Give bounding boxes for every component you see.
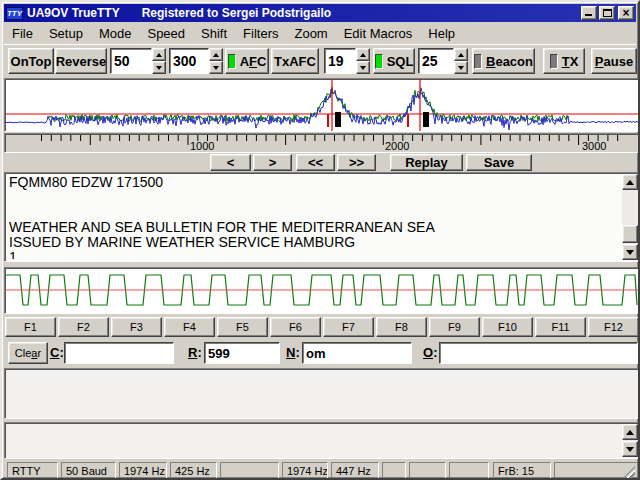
- replay-button[interactable]: Replay: [390, 154, 463, 171]
- save-button[interactable]: Save: [466, 154, 532, 171]
- tx-scroll-up-button[interactable]: [622, 424, 638, 440]
- mark-filter-marker: [335, 112, 341, 127]
- rx-text-area[interactable]: FQMM80 EDZW 171500 WEATHER AND SEA BULLE…: [4, 172, 640, 262]
- sql-button[interactable]: SQL: [373, 48, 415, 74]
- ontop-button[interactable]: OnTop: [8, 48, 54, 74]
- registered-text: Registered to Sergei Podstrigailo: [142, 6, 579, 20]
- step-right-button[interactable]: >: [253, 154, 292, 171]
- fkey-button-f4[interactable]: F4: [164, 317, 215, 337]
- tx-entry-area[interactable]: [4, 368, 640, 419]
- maximize-button[interactable]: [599, 6, 615, 20]
- tx-button[interactable]: TX: [543, 48, 585, 74]
- rx-line: ISSUED BY MARINE WEATHER SERVICE HAMBURG: [9, 235, 619, 250]
- app-icon[interactable]: TTY: [6, 7, 23, 20]
- fkey-button-f8[interactable]: F8: [376, 317, 427, 337]
- titlebar[interactable]: TTY UA9OV TrueTTY Registered to Sergei P…: [4, 4, 636, 22]
- shift-spin-down-button[interactable]: [209, 61, 223, 74]
- ruler-label-3000: 3000: [582, 140, 606, 152]
- beacon-spin-down-button[interactable]: [454, 61, 468, 74]
- maximize-icon: [603, 9, 612, 17]
- status-panel-tx-freq: 1974 Hz: [282, 462, 328, 479]
- squelch-spin-down-button[interactable]: [356, 61, 370, 74]
- rx-scroll-up-button[interactable]: [622, 174, 638, 190]
- fkey-button-f5[interactable]: F5: [217, 317, 268, 337]
- shift-spin-up-button[interactable]: [209, 48, 223, 61]
- scope-plot: [5, 268, 639, 313]
- shift-spinner: [209, 48, 223, 74]
- beacon-spin-up-button[interactable]: [454, 48, 468, 61]
- rx-scroll-thumb[interactable]: [622, 225, 638, 243]
- menu-item-setup[interactable]: Setup: [41, 24, 91, 43]
- menu-item-edit-macros[interactable]: Edit Macros: [336, 24, 421, 43]
- menubar: File Setup Mode Speed Shift Filters Zoom…: [4, 23, 636, 43]
- rx-line: [9, 205, 619, 220]
- app-window: TTY UA9OV TrueTTY Registered to Sergei P…: [0, 0, 640, 480]
- beacon-button[interactable]: Beacon: [472, 48, 535, 74]
- afc-label: AFC: [240, 54, 267, 69]
- shift-input[interactable]: [169, 48, 209, 74]
- clear-label: Clear: [15, 347, 41, 359]
- tx-buffer-area[interactable]: [4, 422, 640, 459]
- fkey-button-f12[interactable]: F12: [588, 317, 639, 337]
- o-field-input[interactable]: [439, 342, 638, 364]
- fkey-button-f1[interactable]: F1: [5, 317, 56, 337]
- status-panel-mode: RTTY: [7, 462, 58, 479]
- r-field-input[interactable]: [204, 342, 280, 364]
- spectrum-display[interactable]: [4, 78, 640, 132]
- rx-scrollbar[interactable]: [622, 174, 638, 260]
- beacon-led: [474, 54, 482, 69]
- down-arrow-icon: [156, 66, 162, 70]
- status-panel-blank-3: [409, 462, 446, 479]
- menu-item-zoom[interactable]: Zoom: [286, 24, 335, 43]
- frequency-ruler: 1000 2000 3000: [4, 133, 640, 153]
- menu-item-shift[interactable]: Shift: [193, 24, 235, 43]
- down-arrow-icon: [360, 66, 366, 70]
- jump-right-button[interactable]: >>: [337, 154, 376, 171]
- fkey-button-f9[interactable]: F9: [429, 317, 480, 337]
- speed-spinner: [152, 48, 166, 74]
- up-arrow-icon: [626, 180, 634, 185]
- ruler-label-1000: 1000: [190, 140, 214, 152]
- tx-scroll-down-button[interactable]: [622, 441, 638, 457]
- squelch-spin-up-button[interactable]: [356, 48, 370, 61]
- pause-label: Pause: [595, 54, 633, 69]
- scope-display: [4, 267, 640, 314]
- menu-item-mode[interactable]: Mode: [91, 24, 140, 43]
- space-edge-marker: [407, 114, 409, 127]
- step-left-button[interactable]: <: [210, 154, 251, 171]
- afc-button[interactable]: AFC: [225, 48, 269, 74]
- n-field-input[interactable]: [302, 342, 412, 364]
- fkey-button-f11[interactable]: F11: [535, 317, 586, 337]
- clear-button[interactable]: Clear: [8, 342, 48, 364]
- speed-spin-down-button[interactable]: [152, 61, 166, 74]
- menu-item-file[interactable]: File: [4, 24, 41, 43]
- status-panel-tx-shift: 447 Hz: [331, 462, 379, 479]
- rx-line: FQMM80 EDZW 171500: [9, 175, 619, 190]
- menu-item-help[interactable]: Help: [420, 24, 463, 43]
- fkey-button-f10[interactable]: F10: [482, 317, 533, 337]
- fkey-button-f7[interactable]: F7: [323, 317, 374, 337]
- fkey-button-f3[interactable]: F3: [111, 317, 162, 337]
- speed-spin-up-button[interactable]: [152, 48, 166, 61]
- fkey-button-f2[interactable]: F2: [58, 317, 109, 337]
- c-field-input[interactable]: [64, 342, 174, 364]
- status-panel-blank-4: [449, 462, 489, 479]
- spectrum-plot: [5, 79, 639, 131]
- reverse-button[interactable]: Reverse: [55, 48, 107, 74]
- menu-item-filters[interactable]: Filters: [235, 24, 286, 43]
- minimize-button[interactable]: [581, 6, 597, 20]
- status-panel-baud: 50 Baud: [61, 462, 116, 479]
- txafc-button[interactable]: TxAFC: [271, 48, 319, 74]
- rx-line: [9, 190, 619, 205]
- pause-button[interactable]: Pause: [591, 48, 637, 74]
- speed-input[interactable]: [110, 48, 152, 74]
- squelch-input[interactable]: [324, 48, 356, 74]
- jump-left-button[interactable]: <<: [296, 154, 335, 171]
- status-panel-rx-shift: 425 Hz: [170, 462, 217, 479]
- tx-scrollbar[interactable]: [622, 424, 638, 457]
- menu-item-speed[interactable]: Speed: [139, 24, 193, 43]
- close-button[interactable]: ×: [618, 6, 634, 20]
- fkey-button-f6[interactable]: F6: [270, 317, 321, 337]
- beacon-interval-input[interactable]: [418, 48, 454, 74]
- rx-scroll-down-button[interactable]: [622, 244, 638, 260]
